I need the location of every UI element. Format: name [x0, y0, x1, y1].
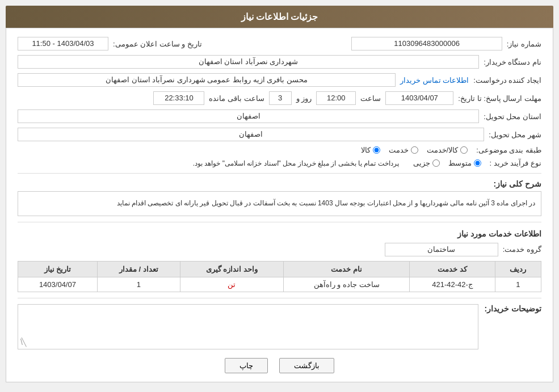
services-title: اطلاعات خدمات مورد نیاز — [18, 229, 541, 238]
group-value: ساختمان — [385, 243, 498, 256]
remaining-value: 22:33:10 — [153, 91, 204, 105]
announce-value: 1403/04/03 - 11:50 — [18, 37, 108, 50]
resize-handle-icon: ╲ — [22, 338, 26, 347]
jozii-label: جزیی — [413, 159, 430, 167]
buyer-org-value: شهرداری نصرآباد استان اصفهان — [18, 55, 479, 69]
col-date: تاریخ نیاز — [18, 261, 98, 277]
col-quantity: تعداد / مقدار — [97, 261, 180, 277]
category-option-kala[interactable]: کالا — [361, 146, 380, 154]
divider-2 — [18, 222, 541, 222]
deadline-date: 1403/04/07 — [385, 91, 453, 105]
purchase-type-motavaset[interactable]: متوسط — [448, 159, 481, 167]
buyer-org-row: نام دستگاه خریدار: شهرداری نصرآباد استان… — [18, 55, 541, 69]
col-rownum: ردیف — [495, 261, 541, 277]
page-container: جزئیات اطلاعات نیاز شماره نیاز: 11030964… — [0, 0, 559, 388]
category-option-khedmat[interactable]: خدمت — [389, 146, 418, 154]
back-button[interactable]: بازگشت — [279, 358, 334, 373]
services-table: ردیف کد خدمت نام خدمت واحد اندازه گیری ت… — [18, 261, 541, 292]
category-label: طبقه بندی موضوعی: — [476, 146, 541, 154]
buyer-desc-box: ╲ — [18, 304, 478, 349]
col-code: کد خدمت — [410, 261, 495, 277]
divider-1 — [18, 173, 541, 174]
city-label: شهر محل تحویل: — [489, 130, 541, 139]
purchase-notice: پرداخت تمام یا بخشی از مبلغ خریداز محل "… — [193, 159, 399, 167]
radio-kala-khedmat[interactable] — [460, 146, 468, 154]
need-number-label: شماره نیاز: — [507, 40, 541, 48]
creator-label: ایجاد کننده درخواست: — [473, 76, 541, 85]
remaining-label: ساعت باقی مانده — [209, 94, 264, 103]
radio-kala[interactable] — [373, 146, 380, 154]
need-number-row: شماره نیاز: 1103096483000006 تاریخ و ساع… — [18, 37, 541, 50]
province-value: اصفهان — [18, 109, 479, 123]
contact-link[interactable]: اطلاعات تماس خریدار — [400, 76, 469, 85]
deadline-label: مهلت ارسال پاسخ: تا تاریخ: — [458, 94, 541, 103]
table-row: 1 ج-42-42-421 ساخت جاده و راه‌آهن تن 1 1… — [18, 277, 541, 292]
days-label: روز و — [296, 94, 312, 103]
table-header-row: ردیف کد خدمت نام خدمت واحد اندازه گیری ت… — [18, 261, 541, 277]
days-value: 3 — [269, 91, 292, 105]
kala-khedmat-label: کالا/خدمت — [427, 146, 459, 154]
cell-name: ساخت جاده و راه‌آهن — [284, 277, 410, 292]
divider-3 — [18, 298, 541, 298]
col-unit: واحد اندازه گیری — [180, 261, 283, 277]
category-row: طبقه بندی موضوعی: کالا/خدمت خدمت کالا — [18, 146, 541, 154]
kala-label: کالا — [361, 146, 371, 154]
cell-date: 1403/04/07 — [18, 277, 98, 292]
city-row: شهر محل تحویل: اصفهان — [18, 128, 541, 141]
creator-row: ایجاد کننده درخواست: اطلاعات تماس خریدار… — [18, 73, 541, 87]
province-label: استان محل تحویل: — [484, 112, 541, 121]
purchase-type-jozii[interactable]: جزیی — [413, 159, 440, 167]
main-content: شماره نیاز: 1103096483000006 تاریخ و ساع… — [6, 28, 553, 382]
cell-code: ج-42-42-421 — [410, 277, 495, 292]
description-section: شرح کلی نیاز: در اجرای ماده 3 آئین نامه … — [18, 179, 541, 216]
deadline-time: 12:00 — [316, 91, 356, 105]
creator-value: محسن بافری ازیه روابط عمومی شهرداری نصرآ… — [18, 73, 396, 87]
page-header: جزئیات اطلاعات نیاز — [6, 6, 553, 28]
buyer-desc-label: توضیحات خریدار: — [484, 304, 541, 313]
purchase-type-label: نوع فرآیند خرید : — [490, 159, 541, 167]
province-row: استان محل تحویل: اصفهان — [18, 109, 541, 123]
purchase-type-section: نوع فرآیند خرید : متوسط جزیی پرداخت تمام… — [18, 159, 541, 167]
category-option-kala-khedmat[interactable]: کالا/خدمت — [427, 146, 468, 154]
group-row: گروه خدمت: ساختمان — [18, 243, 541, 256]
motavaset-label: متوسط — [448, 159, 472, 167]
buyer-desc-section: توضیحات خریدار: ╲ — [18, 304, 541, 349]
description-label: شرح کلی نیاز: — [494, 179, 541, 188]
cell-unit: تن — [180, 277, 283, 292]
description-value: در اجرای ماده 3 آئین نامه مالی شهرداریها… — [18, 191, 541, 216]
announce-label: تاریخ و ساعت اعلان عمومی: — [113, 40, 202, 48]
radio-jozii[interactable] — [432, 159, 440, 167]
print-button[interactable]: چاپ — [225, 358, 268, 373]
col-name: نام خدمت — [284, 261, 410, 277]
need-number-value: 1103096483000006 — [351, 37, 502, 50]
buyer-org-label: نام دستگاه خریدار: — [484, 58, 541, 66]
cell-rownum: 1 — [495, 277, 541, 292]
city-value: اصفهان — [18, 128, 484, 141]
deadline-row: مهلت ارسال پاسخ: تا تاریخ: 1403/04/07 سا… — [18, 91, 541, 105]
time-label: ساعت — [360, 94, 381, 103]
radio-motavaset[interactable] — [474, 159, 481, 167]
purchase-type-row: نوع فرآیند خرید : متوسط جزیی پرداخت تمام… — [18, 159, 541, 167]
group-label: گروه خدمت: — [503, 245, 541, 254]
radio-khedmat[interactable] — [411, 146, 418, 154]
khedmat-label: خدمت — [389, 146, 409, 154]
page-title: جزئیات اطلاعات نیاز — [241, 12, 318, 22]
buttons-row: بازگشت چاپ — [18, 358, 541, 373]
cell-quantity: 1 — [97, 277, 180, 292]
